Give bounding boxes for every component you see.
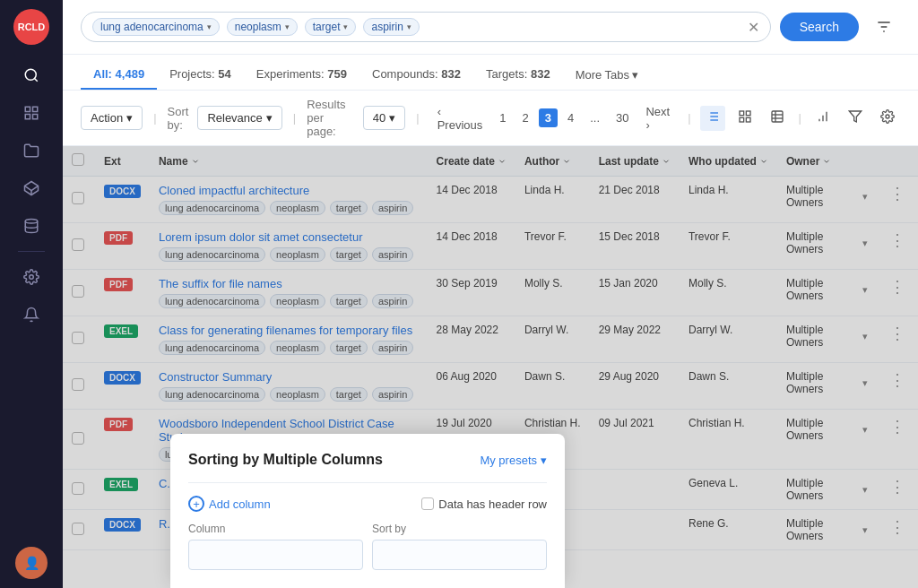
toolbar-separator-4: | [688, 111, 690, 125]
column-select-group: Column [188, 523, 363, 570]
toolbar-separator-3: | [416, 111, 419, 125]
header: lung adenocarcinoma ▾ neoplasm ▾ target … [63, 0, 918, 55]
svg-rect-21 [740, 117, 744, 122]
sidebar-item-settings[interactable] [15, 261, 48, 293]
toolbar: Action ▾ | Sort by: Relevance ▾ | Result… [63, 91, 918, 146]
svg-point-9 [30, 275, 34, 280]
sidebar-item-notifications[interactable] [15, 298, 48, 331]
table-container: Ext Name Create date Author Last update … [63, 146, 918, 588]
page-30[interactable]: 30 [610, 108, 635, 127]
results-per-page-label: Results per page: [307, 98, 354, 138]
columns-icon-button[interactable] [810, 106, 836, 131]
svg-rect-19 [740, 111, 744, 116]
tab-targets[interactable]: Targets: 832 [473, 62, 563, 90]
grid-view-button[interactable] [732, 106, 758, 131]
user-avatar[interactable]: 👤 [15, 547, 48, 579]
svg-point-8 [25, 220, 38, 224]
page-4[interactable]: 4 [561, 108, 580, 127]
sort-by-label: Sort by: [168, 105, 189, 132]
sidebar-divider [18, 251, 45, 252]
column-select-input[interactable] [188, 540, 363, 570]
tabs-bar: All: 4,489 Projects: 54 Experiments: 759… [63, 55, 918, 91]
svg-rect-5 [33, 115, 38, 119]
list-view-button[interactable] [700, 106, 725, 131]
column-label: Column [188, 523, 363, 535]
tag-chevron: ▾ [207, 22, 212, 31]
tag-chevron-3: ▾ [343, 22, 348, 31]
sidebar: RCLD 👤 [0, 0, 63, 588]
add-column-icon: + [188, 496, 204, 512]
sort-by-label-panel: Sort by [372, 523, 547, 535]
search-button[interactable]: Search [780, 13, 859, 41]
sidebar-item-database[interactable] [15, 210, 48, 242]
sort-preset-dropdown[interactable]: My presets ▾ [480, 454, 547, 467]
svg-rect-23 [772, 111, 783, 122]
sidebar-item-folder[interactable] [15, 134, 48, 167]
header-check-box [421, 497, 434, 510]
search-clear-button[interactable]: ✕ [748, 19, 759, 36]
tab-experiments[interactable]: Experiments: 759 [244, 62, 359, 90]
svg-point-0 [25, 69, 36, 80]
tab-all[interactable]: All: 4,489 [81, 62, 157, 90]
tab-more[interactable]: More Tabs ▾ [563, 63, 651, 89]
sort-by-select-group: Sort by [372, 523, 547, 570]
main-content: lung adenocarcinoma ▾ neoplasm ▾ target … [63, 0, 918, 588]
results-per-page-button[interactable]: 40 ▾ [363, 106, 405, 130]
sort-chevron-icon: ▾ [266, 111, 273, 125]
tag-lung-adenocarcinoma[interactable]: lung adenocarcinoma ▾ [92, 18, 220, 36]
add-column-button[interactable]: + Add column [188, 496, 271, 512]
page-ellipsis: ... [584, 108, 606, 127]
svg-rect-22 [746, 117, 750, 122]
tag-target[interactable]: target ▾ [305, 18, 357, 36]
page-2[interactable]: 2 [515, 108, 534, 127]
sort-columns-row: Column Sort by [188, 523, 547, 570]
next-button[interactable]: Next › [638, 102, 677, 134]
page-3[interactable]: 3 [539, 108, 558, 127]
sort-panel-divider [188, 482, 547, 483]
svg-marker-30 [849, 111, 861, 122]
sort-add-row: + Add column Data has header row [188, 496, 547, 512]
tag-chevron-2: ▾ [285, 22, 290, 31]
settings-icon-button[interactable] [875, 106, 900, 131]
header-row-checkbox[interactable]: Data has header row [421, 497, 547, 511]
sidebar-item-search[interactable] [15, 59, 48, 91]
sort-panel: Sorting by Multiple Columns My presets ▾… [170, 434, 565, 588]
svg-rect-20 [746, 111, 750, 116]
svg-point-31 [886, 115, 889, 118]
table-view-button[interactable] [765, 106, 790, 131]
tag-aspirin[interactable]: aspirin ▾ [363, 18, 419, 36]
filter-icon-button[interactable] [843, 106, 868, 131]
results-chevron-icon: ▾ [389, 111, 395, 125]
sidebar-item-grid[interactable] [15, 97, 48, 129]
toolbar-separator-5: | [799, 111, 801, 125]
tab-compounds[interactable]: Compounds: 832 [359, 62, 473, 90]
tag-neoplasm[interactable]: neoplasm ▾ [227, 18, 298, 36]
svg-line-1 [34, 78, 37, 81]
sort-value-button[interactable]: Relevance ▾ [197, 106, 281, 130]
prev-button[interactable]: ‹ Previous [430, 102, 490, 134]
toolbar-separator-2: | [293, 111, 296, 125]
pagination: ‹ Previous 1 2 3 4 ... 30 Next › [430, 102, 678, 134]
page-1[interactable]: 1 [493, 108, 512, 127]
action-button[interactable]: Action ▾ [81, 106, 143, 130]
svg-rect-4 [25, 115, 30, 119]
sort-panel-header: Sorting by Multiple Columns My presets ▾ [188, 452, 547, 468]
svg-rect-3 [33, 107, 38, 111]
tab-projects[interactable]: Projects: 54 [157, 62, 244, 90]
filter-options-button[interactable] [868, 11, 900, 43]
sidebar-item-box[interactable] [15, 172, 48, 204]
toolbar-right: | | [686, 106, 900, 131]
action-chevron-icon: ▾ [126, 111, 133, 125]
svg-rect-2 [25, 107, 30, 111]
preset-chevron-icon: ▾ [541, 454, 547, 467]
sort-by-select-input[interactable] [372, 540, 547, 570]
app-logo[interactable]: RCLD [13, 9, 49, 45]
sort-panel-title: Sorting by Multiple Columns [188, 452, 383, 468]
tag-chevron-4: ▾ [407, 22, 411, 31]
toolbar-separator-1: | [153, 111, 156, 125]
search-box[interactable]: lung adenocarcinoma ▾ neoplasm ▾ target … [81, 12, 771, 42]
